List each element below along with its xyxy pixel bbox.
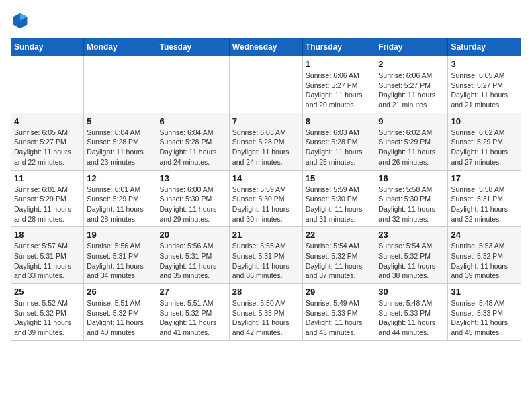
day-info: Sunrise: 6:04 AM Sunset: 5:28 PM Dayligh…	[160, 128, 226, 167]
calendar-cell: 13Sunrise: 6:00 AM Sunset: 5:30 PM Dayli…	[157, 170, 229, 227]
calendar-cell: 4Sunrise: 6:05 AM Sunset: 5:27 PM Daylig…	[11, 113, 84, 170]
calendar-cell: 26Sunrise: 5:51 AM Sunset: 5:32 PM Dayli…	[84, 284, 157, 341]
calendar-cell: 5Sunrise: 6:04 AM Sunset: 5:28 PM Daylig…	[84, 113, 157, 170]
day-number: 22	[306, 230, 373, 240]
weekday-header-friday: Friday	[375, 38, 448, 56]
day-info: Sunrise: 5:59 AM Sunset: 5:30 PM Dayligh…	[306, 185, 373, 224]
day-info: Sunrise: 5:56 AM Sunset: 5:31 PM Dayligh…	[87, 241, 153, 281]
calendar-cell: 24Sunrise: 5:53 AM Sunset: 5:32 PM Dayli…	[448, 227, 521, 284]
day-number: 1	[306, 59, 373, 69]
weekday-header-monday: Monday	[84, 38, 157, 56]
calendar-cell: 18Sunrise: 5:57 AM Sunset: 5:31 PM Dayli…	[11, 227, 84, 284]
day-number: 7	[232, 116, 300, 126]
calendar-cell: 6Sunrise: 6:04 AM Sunset: 5:28 PM Daylig…	[157, 113, 229, 170]
day-number: 4	[14, 116, 81, 126]
day-info: Sunrise: 5:50 AM Sunset: 5:33 PM Dayligh…	[232, 298, 300, 338]
calendar-cell: 12Sunrise: 6:01 AM Sunset: 5:29 PM Dayli…	[84, 170, 157, 227]
weekday-header-thursday: Thursday	[302, 38, 375, 56]
calendar-cell: 11Sunrise: 6:01 AM Sunset: 5:29 PM Dayli…	[11, 170, 84, 227]
page-header	[11, 11, 521, 30]
calendar-cell: 3Sunrise: 6:05 AM Sunset: 5:27 PM Daylig…	[448, 56, 521, 113]
day-info: Sunrise: 5:54 AM Sunset: 5:32 PM Dayligh…	[306, 241, 373, 281]
day-number: 23	[378, 230, 445, 240]
calendar-week-4: 18Sunrise: 5:57 AM Sunset: 5:31 PM Dayli…	[11, 227, 521, 284]
day-info: Sunrise: 6:01 AM Sunset: 5:29 PM Dayligh…	[87, 185, 153, 224]
day-number: 21	[232, 230, 300, 240]
calendar-cell: 30Sunrise: 5:48 AM Sunset: 5:33 PM Dayli…	[375, 284, 448, 341]
day-number: 27	[160, 287, 226, 297]
day-number: 13	[160, 173, 226, 183]
day-info: Sunrise: 6:02 AM Sunset: 5:29 PM Dayligh…	[378, 128, 445, 167]
logo	[11, 11, 32, 30]
calendar-cell: 22Sunrise: 5:54 AM Sunset: 5:32 PM Dayli…	[302, 227, 375, 284]
calendar-week-5: 25Sunrise: 5:52 AM Sunset: 5:32 PM Dayli…	[11, 284, 521, 341]
calendar-cell: 2Sunrise: 6:06 AM Sunset: 5:27 PM Daylig…	[375, 56, 448, 113]
day-info: Sunrise: 5:59 AM Sunset: 5:30 PM Dayligh…	[232, 185, 300, 224]
calendar-cell	[157, 56, 229, 113]
calendar-cell	[84, 56, 157, 113]
day-number: 8	[306, 116, 373, 126]
calendar-cell: 29Sunrise: 5:49 AM Sunset: 5:33 PM Dayli…	[302, 284, 375, 341]
day-info: Sunrise: 5:57 AM Sunset: 5:31 PM Dayligh…	[14, 241, 81, 281]
calendar-cell: 8Sunrise: 6:03 AM Sunset: 5:28 PM Daylig…	[302, 113, 375, 170]
calendar-cell: 7Sunrise: 6:03 AM Sunset: 5:28 PM Daylig…	[229, 113, 302, 170]
day-number: 12	[87, 173, 153, 183]
calendar-cell: 16Sunrise: 5:58 AM Sunset: 5:30 PM Dayli…	[375, 170, 448, 227]
day-info: Sunrise: 6:03 AM Sunset: 5:28 PM Dayligh…	[232, 128, 300, 167]
calendar-cell: 17Sunrise: 5:58 AM Sunset: 5:31 PM Dayli…	[448, 170, 521, 227]
day-number: 31	[451, 287, 518, 297]
day-number: 10	[451, 116, 518, 126]
day-number: 15	[306, 173, 373, 183]
calendar-cell: 25Sunrise: 5:52 AM Sunset: 5:32 PM Dayli…	[11, 284, 84, 341]
day-number: 6	[160, 116, 226, 126]
calendar-cell: 31Sunrise: 5:48 AM Sunset: 5:33 PM Dayli…	[448, 284, 521, 341]
calendar-cell: 9Sunrise: 6:02 AM Sunset: 5:29 PM Daylig…	[375, 113, 448, 170]
calendar-week-1: 1Sunrise: 6:06 AM Sunset: 5:27 PM Daylig…	[11, 56, 521, 113]
calendar-cell: 28Sunrise: 5:50 AM Sunset: 5:33 PM Dayli…	[229, 284, 302, 341]
day-info: Sunrise: 5:48 AM Sunset: 5:33 PM Dayligh…	[378, 298, 445, 338]
calendar-cell: 23Sunrise: 5:54 AM Sunset: 5:32 PM Dayli…	[375, 227, 448, 284]
weekday-header-saturday: Saturday	[448, 38, 521, 56]
day-info: Sunrise: 6:06 AM Sunset: 5:27 PM Dayligh…	[306, 71, 373, 110]
weekday-header-wednesday: Wednesday	[229, 38, 302, 56]
calendar-week-3: 11Sunrise: 6:01 AM Sunset: 5:29 PM Dayli…	[11, 170, 521, 227]
calendar-cell: 15Sunrise: 5:59 AM Sunset: 5:30 PM Dayli…	[302, 170, 375, 227]
day-info: Sunrise: 5:48 AM Sunset: 5:33 PM Dayligh…	[451, 298, 518, 338]
day-info: Sunrise: 5:55 AM Sunset: 5:31 PM Dayligh…	[232, 241, 300, 281]
calendar-cell: 20Sunrise: 5:56 AM Sunset: 5:31 PM Dayli…	[157, 227, 229, 284]
calendar-cell: 19Sunrise: 5:56 AM Sunset: 5:31 PM Dayli…	[84, 227, 157, 284]
day-number: 3	[451, 59, 518, 69]
day-info: Sunrise: 5:53 AM Sunset: 5:32 PM Dayligh…	[451, 241, 518, 281]
day-info: Sunrise: 6:00 AM Sunset: 5:30 PM Dayligh…	[160, 185, 226, 224]
day-number: 2	[378, 59, 445, 69]
day-info: Sunrise: 5:51 AM Sunset: 5:32 PM Dayligh…	[87, 298, 153, 338]
day-number: 16	[378, 173, 445, 183]
day-info: Sunrise: 5:51 AM Sunset: 5:32 PM Dayligh…	[160, 298, 226, 338]
day-info: Sunrise: 5:58 AM Sunset: 5:31 PM Dayligh…	[451, 185, 518, 224]
day-number: 18	[14, 230, 81, 240]
day-info: Sunrise: 6:05 AM Sunset: 5:27 PM Dayligh…	[14, 128, 81, 167]
calendar: SundayMondayTuesdayWednesdayThursdayFrid…	[11, 38, 521, 341]
calendar-cell: 14Sunrise: 5:59 AM Sunset: 5:30 PM Dayli…	[229, 170, 302, 227]
calendar-cell	[11, 56, 84, 113]
day-info: Sunrise: 6:04 AM Sunset: 5:28 PM Dayligh…	[87, 128, 153, 167]
calendar-cell: 1Sunrise: 6:06 AM Sunset: 5:27 PM Daylig…	[302, 56, 375, 113]
logo-icon	[11, 11, 30, 30]
calendar-cell: 27Sunrise: 5:51 AM Sunset: 5:32 PM Dayli…	[157, 284, 229, 341]
day-info: Sunrise: 5:52 AM Sunset: 5:32 PM Dayligh…	[14, 298, 81, 338]
weekday-header-sunday: Sunday	[11, 38, 84, 56]
calendar-cell: 21Sunrise: 5:55 AM Sunset: 5:31 PM Dayli…	[229, 227, 302, 284]
weekday-header-tuesday: Tuesday	[157, 38, 229, 56]
day-info: Sunrise: 5:58 AM Sunset: 5:30 PM Dayligh…	[378, 185, 445, 224]
day-number: 26	[87, 287, 153, 297]
day-info: Sunrise: 5:56 AM Sunset: 5:31 PM Dayligh…	[160, 241, 226, 281]
day-info: Sunrise: 6:01 AM Sunset: 5:29 PM Dayligh…	[14, 185, 81, 224]
day-number: 25	[14, 287, 81, 297]
day-number: 29	[306, 287, 373, 297]
day-info: Sunrise: 6:03 AM Sunset: 5:28 PM Dayligh…	[306, 128, 373, 167]
calendar-week-2: 4Sunrise: 6:05 AM Sunset: 5:27 PM Daylig…	[11, 113, 521, 170]
day-info: Sunrise: 6:02 AM Sunset: 5:29 PM Dayligh…	[451, 128, 518, 167]
day-number: 5	[87, 116, 153, 126]
day-number: 24	[451, 230, 518, 240]
calendar-cell: 10Sunrise: 6:02 AM Sunset: 5:29 PM Dayli…	[448, 113, 521, 170]
